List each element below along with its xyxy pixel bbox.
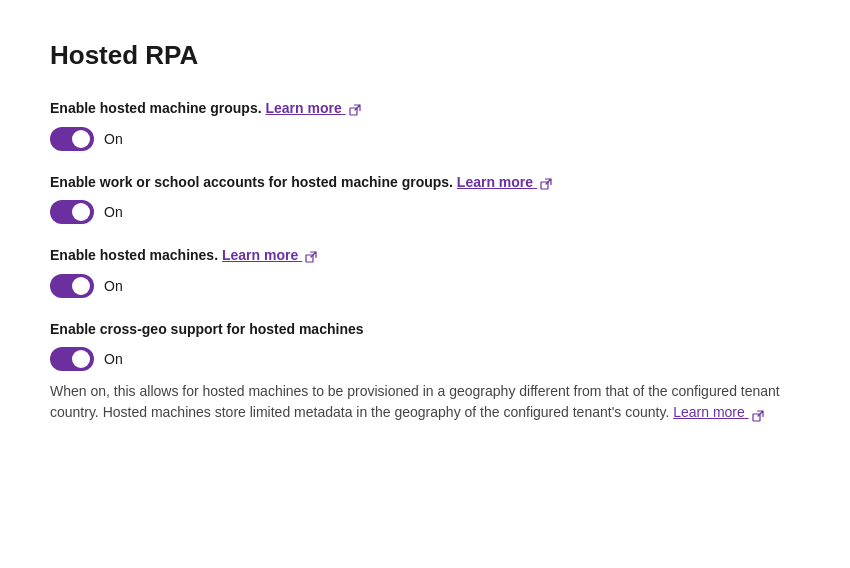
cross-geo-description: When on, this allows for hosted machines… <box>50 381 800 423</box>
setting-hosted-machines: Enable hosted machines. Learn more On <box>50 246 800 298</box>
learn-more-link-1[interactable]: Learn more <box>265 100 345 116</box>
setting-hosted-machine-groups: Enable hosted machine groups. Learn more… <box>50 99 800 151</box>
setting-label-4: Enable cross-geo support for hosted mach… <box>50 320 800 340</box>
toggle-cross-geo-support[interactable] <box>50 347 94 371</box>
toggle-state-label-2: On <box>104 204 123 220</box>
toggle-hosted-machine-groups[interactable] <box>50 127 94 151</box>
setting-label-3: Enable hosted machines. Learn more <box>50 246 800 266</box>
setting-label-1: Enable hosted machine groups. Learn more <box>50 99 800 119</box>
toggle-row-1: On <box>50 127 800 151</box>
setting-label-2: Enable work or school accounts for hoste… <box>50 173 800 193</box>
toggle-state-label-4: On <box>104 351 123 367</box>
toggle-hosted-machines[interactable] <box>50 274 94 298</box>
external-link-icon-2 <box>540 176 552 188</box>
setting-work-school-accounts: Enable work or school accounts for hoste… <box>50 173 800 225</box>
toggle-state-label-3: On <box>104 278 123 294</box>
external-link-icon-4 <box>752 407 764 419</box>
external-link-icon-3 <box>305 249 317 261</box>
learn-more-link-4[interactable]: Learn more <box>673 404 748 420</box>
toggle-row-3: On <box>50 274 800 298</box>
learn-more-link-3[interactable]: Learn more <box>222 247 302 263</box>
page-title: Hosted RPA <box>50 40 800 71</box>
external-link-icon-1 <box>349 102 361 114</box>
toggle-row-4: On <box>50 347 800 371</box>
toggle-work-school-accounts[interactable] <box>50 200 94 224</box>
toggle-row-2: On <box>50 200 800 224</box>
learn-more-link-2[interactable]: Learn more <box>457 174 537 190</box>
setting-cross-geo-support: Enable cross-geo support for hosted mach… <box>50 320 800 424</box>
toggle-state-label-1: On <box>104 131 123 147</box>
